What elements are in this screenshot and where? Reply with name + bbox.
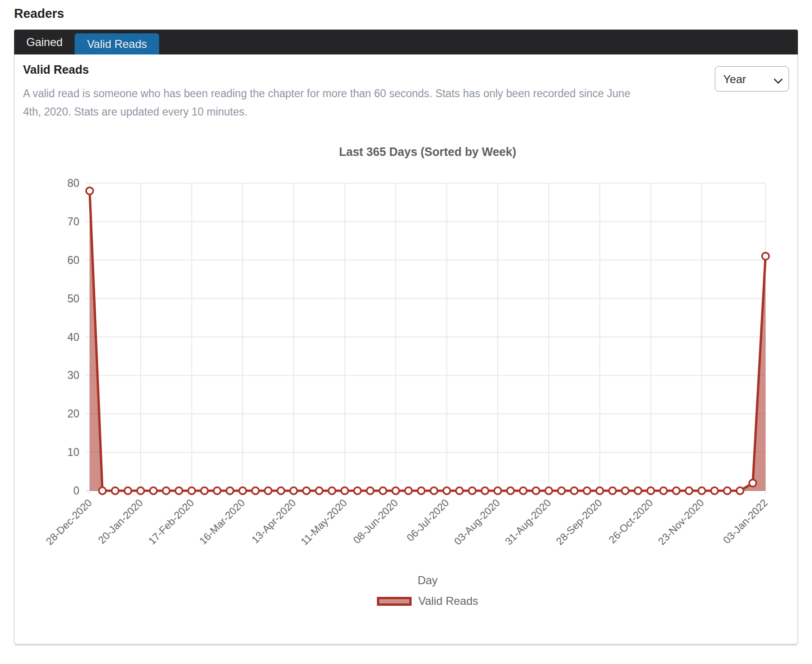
period-select-wrap: Year — [715, 66, 789, 92]
x-tick-label: 03-Aug-2020 — [452, 497, 502, 548]
data-point — [150, 487, 157, 494]
y-tick-label: 60 — [67, 254, 79, 266]
tab-gained[interactable]: Gained — [14, 30, 75, 54]
tab-bar: Gained Valid Reads — [14, 30, 798, 54]
period-select[interactable]: Year — [715, 66, 789, 92]
data-point — [354, 487, 361, 494]
legend-swatch — [377, 597, 412, 606]
x-tick-label: 31-Aug-2020 — [503, 497, 553, 548]
y-tick-label: 30 — [67, 369, 79, 381]
data-point — [329, 487, 336, 494]
data-point — [226, 487, 233, 494]
data-point — [558, 487, 565, 494]
data-point — [86, 187, 93, 194]
y-tick-label: 70 — [67, 216, 79, 228]
page-title: Readers — [14, 7, 64, 21]
y-tick-label: 0 — [73, 485, 79, 497]
legend: Valid Reads — [90, 595, 766, 608]
x-axis-title: Day — [90, 574, 766, 587]
data-point — [482, 487, 489, 494]
data-point — [137, 487, 144, 494]
data-point — [405, 487, 412, 494]
data-point — [571, 487, 578, 494]
data-point — [698, 487, 705, 494]
data-point — [469, 487, 476, 494]
chart-title: Last 365 Days (Sorted by Week) — [339, 145, 516, 158]
reads-chart: 0102030405060708028-Dec-202020-Jan-20201… — [22, 141, 791, 564]
data-point — [609, 487, 616, 494]
data-point — [443, 487, 450, 494]
data-point — [507, 487, 514, 494]
x-tick-label: 26-Oct-2020 — [606, 497, 655, 546]
x-tick-label: 17-Feb-2020 — [146, 497, 196, 547]
data-point — [596, 487, 603, 494]
x-tick-label: 23-Nov-2020 — [656, 497, 706, 548]
data-point — [392, 487, 399, 494]
data-point — [188, 487, 195, 494]
data-point — [762, 253, 769, 260]
y-tick-label: 10 — [67, 446, 79, 458]
data-point — [545, 487, 552, 494]
data-point — [583, 487, 590, 494]
data-point — [367, 487, 374, 494]
legend-label: Valid Reads — [418, 595, 478, 608]
readers-stats-page: Readers Gained Valid Reads Valid Reads A… — [0, 0, 812, 664]
data-point — [635, 487, 642, 494]
data-point — [341, 487, 348, 494]
data-point — [430, 487, 437, 494]
data-point — [277, 487, 284, 494]
data-point — [724, 487, 731, 494]
data-point — [239, 487, 246, 494]
data-point — [112, 487, 119, 494]
data-point — [290, 487, 297, 494]
series-line — [90, 191, 766, 491]
data-point — [316, 487, 323, 494]
stats-panel: Valid Reads A valid read is someone who … — [14, 54, 798, 644]
data-point — [252, 487, 259, 494]
tab-valid-reads[interactable]: Valid Reads — [75, 33, 159, 54]
data-point — [379, 487, 386, 494]
data-point — [685, 487, 692, 494]
x-tick-label: 13-Apr-2020 — [249, 497, 298, 546]
data-point — [456, 487, 463, 494]
y-tick-label: 50 — [67, 293, 79, 305]
data-point — [749, 479, 756, 486]
data-point — [201, 487, 208, 494]
data-point — [265, 487, 272, 494]
data-point — [532, 487, 539, 494]
data-point — [673, 487, 680, 494]
data-point — [303, 487, 310, 494]
y-tick-label: 20 — [67, 408, 79, 420]
x-tick-label: 08-Jun-2020 — [351, 497, 400, 546]
data-point — [622, 487, 629, 494]
data-point — [660, 487, 667, 494]
data-point — [520, 487, 527, 494]
data-point — [711, 487, 718, 494]
x-tick-label: 11-May-2020 — [299, 497, 349, 548]
y-tick-label: 40 — [67, 331, 79, 343]
data-point — [736, 487, 743, 494]
data-point — [214, 487, 221, 494]
data-point — [647, 487, 654, 494]
data-point — [494, 487, 501, 494]
x-tick-label: 06-Jul-2020 — [404, 497, 451, 544]
data-point — [418, 487, 425, 494]
chart-wrap: 0102030405060708028-Dec-202020-Jan-20201… — [22, 141, 791, 639]
x-tick-label: 28-Dec-2020 — [44, 497, 94, 548]
x-tick-label: 28-Sep-2020 — [554, 497, 605, 548]
data-point — [124, 487, 131, 494]
y-tick-label: 80 — [67, 177, 79, 189]
panel-description: A valid read is someone who has been rea… — [23, 85, 650, 121]
data-point — [163, 487, 170, 494]
data-point — [176, 487, 183, 494]
panel-heading: Valid Reads — [23, 63, 89, 77]
x-tick-label: 20-Jan-2020 — [96, 497, 145, 546]
x-tick-label: 16-Mar-2020 — [197, 497, 247, 547]
x-tick-label: 03-Jan-2022 — [720, 497, 770, 546]
series-area — [90, 191, 766, 491]
data-point — [99, 487, 106, 494]
